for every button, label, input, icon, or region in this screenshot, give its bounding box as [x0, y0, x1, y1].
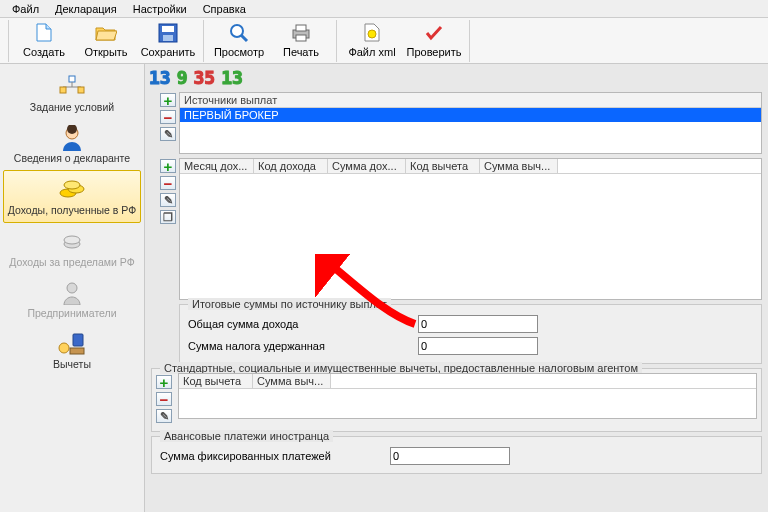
svg-point-21	[67, 283, 77, 293]
ded-table: Код вычета Сумма выч...	[178, 373, 757, 419]
sources-row-1[interactable]: ПЕРВЫЙ БРОКЕР	[180, 108, 761, 122]
digit-9[interactable]: 9	[177, 67, 188, 88]
svg-point-23	[59, 343, 69, 353]
ded-remove-button[interactable]: −	[156, 392, 172, 406]
svg-rect-9	[69, 76, 75, 82]
ded-edit-button[interactable]: ✎	[156, 409, 172, 423]
main-pane: 13 9 35 13 + − ✎ Источники выплат ПЕРВЫЙ…	[145, 64, 768, 512]
total-income-input[interactable]	[418, 315, 538, 333]
coins-gray-icon	[57, 229, 87, 255]
sources-panel: + − ✎ Источники выплат ПЕРВЫЙ БРОКЕР	[179, 92, 762, 154]
ded-col-sum[interactable]: Сумма выч...	[253, 374, 331, 388]
income-col-sum[interactable]: Сумма дох...	[328, 159, 406, 173]
svg-point-8	[368, 30, 376, 38]
menu-file[interactable]: Файл	[6, 2, 45, 16]
coins-icon	[57, 177, 87, 203]
income-col-month[interactable]: Месяц дох...	[180, 159, 254, 173]
toolbar: Создать Открыть Сохранить Просмотр Печат…	[0, 18, 768, 64]
xml-file-icon	[361, 22, 383, 44]
svg-rect-1	[162, 26, 174, 32]
deductions-icon	[57, 331, 87, 357]
folder-open-icon	[95, 22, 117, 44]
advance-legend: Авансовые платежи иностранца	[160, 430, 333, 442]
svg-rect-24	[70, 348, 84, 354]
svg-rect-6	[296, 25, 306, 31]
check-icon	[423, 22, 445, 44]
sources-add-button[interactable]: +	[160, 93, 176, 107]
income-table-header: Месяц дох... Код дохода Сумма дох... Код…	[180, 159, 761, 174]
svg-point-18	[64, 181, 80, 189]
totals-legend: Итоговые суммы по источнику выплат	[188, 298, 391, 310]
svg-rect-7	[296, 35, 306, 41]
sidebar-item-conditions[interactable]: Задание условий	[0, 68, 144, 119]
sources-title: Источники выплат	[180, 93, 761, 108]
agent-deductions-group: Стандартные, социальные и имущественные …	[151, 368, 762, 432]
advance-fixed-input[interactable]	[390, 447, 510, 465]
income-remove-button[interactable]: −	[160, 176, 176, 190]
tool-xml[interactable]: Файл xml	[341, 20, 403, 58]
sources-sidebuttons: + − ✎	[160, 93, 176, 141]
income-col-dedsum[interactable]: Сумма выч...	[480, 159, 558, 173]
print-icon	[290, 22, 312, 44]
income-sidebuttons: + − ✎ ❐	[160, 159, 176, 224]
svg-rect-12	[60, 87, 66, 93]
tax-withheld-label: Сумма налога удержанная	[188, 340, 408, 352]
income-copy-button[interactable]: ❐	[160, 210, 176, 224]
svg-point-20	[64, 236, 80, 244]
income-add-button[interactable]: +	[160, 159, 176, 173]
income-col-dedcode[interactable]: Код вычета	[406, 159, 480, 173]
tool-check[interactable]: Проверить	[403, 20, 465, 58]
advance-group: Авансовые платежи иностранца Сумма фикси…	[151, 436, 762, 474]
income-table-panel: + − ✎ ❐ Месяц дох... Код дохода Сумма до…	[179, 158, 762, 300]
menu-settings[interactable]: Настройки	[127, 2, 193, 16]
tool-open[interactable]: Открыть	[75, 20, 137, 58]
preview-icon	[228, 22, 250, 44]
save-icon	[157, 22, 179, 44]
sources-remove-button[interactable]: −	[160, 110, 176, 124]
total-income-label: Общая сумма дохода	[188, 318, 408, 330]
person-icon	[57, 125, 87, 151]
menu-bar: Файл Декларация Настройки Справка	[0, 0, 768, 18]
income-edit-button[interactable]: ✎	[160, 193, 176, 207]
sidebar-item-income-rf[interactable]: Доходы, полученные в РФ	[3, 170, 141, 223]
tax-withheld-input[interactable]	[418, 337, 538, 355]
tool-preview[interactable]: Просмотр	[208, 20, 270, 58]
ded-col-code[interactable]: Код вычета	[179, 374, 253, 388]
tool-create[interactable]: Создать	[13, 20, 75, 58]
digit-35[interactable]: 35	[194, 67, 216, 88]
sidebar-item-income-out[interactable]: Доходы за пределами РФ	[0, 223, 144, 274]
digit-13-b[interactable]: 13	[221, 67, 243, 88]
svg-rect-2	[163, 35, 173, 41]
ded-add-button[interactable]: +	[156, 375, 172, 389]
sidebar-item-entrepreneur[interactable]: Предприниматели	[0, 274, 144, 325]
menu-help[interactable]: Справка	[197, 2, 252, 16]
totals-group: Итоговые суммы по источнику выплат Общая…	[179, 304, 762, 364]
svg-rect-13	[78, 87, 84, 93]
svg-line-4	[241, 35, 247, 41]
rate-digits: 13 9 35 13	[145, 64, 768, 90]
sidebar-item-declarant[interactable]: Сведения о декларанте	[0, 119, 144, 170]
entrepreneur-icon	[57, 280, 87, 306]
income-col-code[interactable]: Код дохода	[254, 159, 328, 173]
conditions-icon	[57, 74, 87, 100]
menu-declaration[interactable]: Декларация	[49, 2, 123, 16]
svg-rect-22	[73, 334, 83, 346]
sources-edit-button[interactable]: ✎	[160, 127, 176, 141]
sidebar-item-deductions[interactable]: Вычеты	[0, 325, 144, 376]
new-file-icon	[33, 22, 55, 44]
digit-13-a[interactable]: 13	[149, 67, 171, 88]
sidebar: Задание условий Сведения о декларанте До…	[0, 64, 145, 512]
advance-fixed-label: Сумма фиксированных платежей	[160, 450, 380, 462]
tool-save[interactable]: Сохранить	[137, 20, 199, 58]
tool-print[interactable]: Печать	[270, 20, 332, 58]
